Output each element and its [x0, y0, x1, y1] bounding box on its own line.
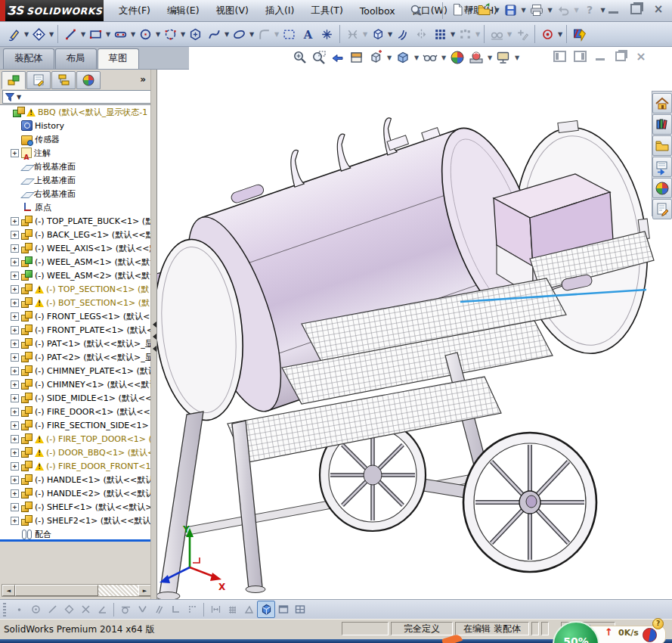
- sketch-fillet-icon[interactable]: [255, 24, 274, 44]
- straight-slot-caret[interactable]: ▼: [130, 31, 136, 38]
- view-palette-icon[interactable]: [652, 157, 672, 177]
- length-snap-icon[interactable]: [207, 601, 224, 617]
- convert-entities-icon[interactable]: [368, 24, 387, 44]
- edit-appearance-icon[interactable]: [449, 49, 466, 66]
- model-wheel-front[interactable]: [463, 433, 596, 572]
- angle-snap-icon[interactable]: [94, 601, 110, 617]
- feature-tree-item[interactable]: (-) BOT_SECTION<1> (默: [0, 296, 151, 309]
- feature-tree-item[interactable]: (-) TOP_SECTION<1> (默: [0, 282, 151, 296]
- sketch-icon[interactable]: [5, 24, 23, 44]
- previous-view-icon[interactable]: [330, 49, 346, 66]
- open-document-icon[interactable]: [475, 2, 492, 18]
- midpoint-snap-icon[interactable]: [60, 601, 77, 617]
- feature-tree-item[interactable]: (-) PAT<1> (默认<<默认>_显: [0, 337, 151, 350]
- file-explorer-icon[interactable]: [652, 135, 672, 156]
- expand-toggle[interactable]: [11, 231, 19, 239]
- scroll-right-arrow[interactable]: ►: [138, 585, 151, 596]
- expand-toggle[interactable]: [11, 489, 19, 498]
- save-icon[interactable]: [502, 2, 519, 18]
- feature-tree-item[interactable]: (-) FIRE_TOP_DOOR<1> (默: [0, 432, 151, 446]
- feature-tree-item[interactable]: (-) FIRE_DOOR<1> (默认<<默: [0, 405, 151, 418]
- add-relation-icon[interactable]: [513, 24, 531, 44]
- panel-overflow-chevron[interactable]: »: [140, 74, 146, 85]
- sketch-fillet-caret[interactable]: ▼: [274, 31, 280, 38]
- command-tab[interactable]: 草图: [98, 48, 139, 69]
- display-style-icon[interactable]: [395, 49, 411, 66]
- point-icon[interactable]: [317, 24, 336, 44]
- grid-snap-icon[interactable]: [224, 601, 240, 617]
- scrollbar-thumb[interactable]: [15, 585, 98, 596]
- offset-entities-icon[interactable]: [393, 24, 412, 44]
- expand-toggle[interactable]: [11, 312, 19, 321]
- undo-icon[interactable]: [555, 2, 571, 18]
- selection-box-icon[interactable]: [280, 24, 299, 44]
- smart-dimension-icon[interactable]: [29, 24, 48, 44]
- expand-toggle[interactable]: [11, 381, 19, 389]
- circle-caret[interactable]: ▼: [155, 31, 161, 38]
- zoom-to-fit-icon[interactable]: [292, 49, 308, 66]
- restore-button[interactable]: [628, 3, 643, 15]
- circular-pattern-caret[interactable]: ▼: [475, 31, 481, 38]
- displaymanager-tab[interactable]: [76, 71, 101, 89]
- ellipse-caret[interactable]: ▼: [249, 31, 255, 38]
- doc-close-button[interactable]: ×: [634, 51, 648, 62]
- feature-tree-item[interactable]: (-) FRONT_PLATE<1> (默认<: [0, 323, 151, 337]
- corner-rectangle-caret[interactable]: ▼: [105, 31, 111, 38]
- apply-scene-icon[interactable]: [468, 49, 485, 66]
- appearances-icon[interactable]: [652, 178, 672, 198]
- feature-tree-item[interactable]: BBQ (默认<默认_显示状态-1: [0, 105, 151, 119]
- mirror-entities-icon[interactable]: [412, 24, 431, 44]
- new-dropdown-caret[interactable]: ▼: [467, 7, 474, 14]
- perpendicular-snap-icon[interactable]: [134, 601, 150, 617]
- expand-toggle[interactable]: [11, 217, 19, 225]
- panel-splitter[interactable]: [150, 70, 156, 599]
- tree-filter-bar[interactable]: ▼: [2, 90, 151, 104]
- view-cube-icon[interactable]: [257, 601, 275, 618]
- view-settings-caret[interactable]: ▼: [514, 54, 520, 61]
- linear-pattern-caret[interactable]: ▼: [450, 31, 456, 38]
- menu-item[interactable]: 编辑(E): [159, 1, 208, 21]
- expand-toggle[interactable]: [11, 326, 19, 334]
- feature-tree-item[interactable]: (-) SHELF2<1> (默认<<默认: [0, 514, 151, 527]
- rapid-sketch-icon[interactable]: [570, 24, 589, 44]
- featuremanager-design-tree-tab[interactable]: [2, 71, 26, 89]
- feature-tree-item[interactable]: (-) SHELF<1> (默认<<默认>_: [0, 500, 151, 514]
- parallel-snap-icon[interactable]: [150, 601, 167, 617]
- angle-grid-snap-icon[interactable]: [240, 601, 257, 617]
- feature-tree-item[interactable]: (-) FIRE_SECTION_SIDE<1>: [0, 418, 151, 432]
- circular-sketch-pattern-icon[interactable]: [456, 24, 475, 44]
- text-icon[interactable]: A: [299, 24, 317, 44]
- expand-toggle[interactable]: [11, 408, 19, 416]
- menu-item[interactable]: 视图(V): [208, 1, 257, 21]
- expand-toggle[interactable]: [11, 244, 19, 253]
- tree-horizontal-scrollbar[interactable]: ◄ ►: [2, 584, 152, 597]
- spline-caret[interactable]: ▼: [224, 31, 230, 38]
- four-viewport-icon[interactable]: [292, 601, 308, 617]
- feature-tree-item[interactable]: History: [0, 119, 151, 132]
- collapse-right-pane-icon[interactable]: [573, 51, 587, 62]
- feature-tree-item[interactable]: 右视基准面: [0, 187, 151, 200]
- print-icon[interactable]: [528, 2, 545, 18]
- command-tab[interactable]: 装配体: [3, 48, 54, 69]
- convert-entities-caret[interactable]: ▼: [387, 31, 393, 38]
- feature-tree-item[interactable]: (-) WEEL_ASM<1> (默认<默认: [0, 255, 151, 269]
- trim-entities-caret[interactable]: ▼: [362, 31, 368, 38]
- circle-icon[interactable]: [136, 24, 155, 44]
- expand-toggle[interactable]: [11, 367, 19, 375]
- menu-item[interactable]: 工具(T): [302, 1, 351, 21]
- expand-toggle[interactable]: [11, 435, 19, 443]
- display-delete-relations-caret[interactable]: ▼: [557, 31, 563, 38]
- feature-tree-item[interactable]: (-) BACK_LEG<1> (默认<<默: [0, 228, 151, 241]
- print-dropdown-caret[interactable]: ▼: [547, 7, 553, 14]
- feature-tree-item[interactable]: 传感器: [0, 132, 151, 146]
- feature-tree-item[interactable]: (-) FIRE_DOOR_FRONT<1>: [0, 459, 151, 473]
- menu-item[interactable]: 插入(I): [257, 1, 302, 21]
- straight-slot-icon[interactable]: [111, 24, 130, 44]
- feature-tree-item[interactable]: 注解: [0, 146, 151, 160]
- expand-toggle[interactable]: [11, 258, 19, 266]
- menu-item[interactable]: Toolbox: [351, 2, 404, 20]
- feature-tree-item[interactable]: (-) WEEL_AXIS<1> (默认<<默: [0, 241, 151, 255]
- section-view-icon[interactable]: [348, 49, 365, 66]
- ellipse-icon[interactable]: [230, 24, 249, 44]
- feature-tree-item[interactable]: (-) CHIMNEY_PLATE<1> (默认: [0, 364, 151, 377]
